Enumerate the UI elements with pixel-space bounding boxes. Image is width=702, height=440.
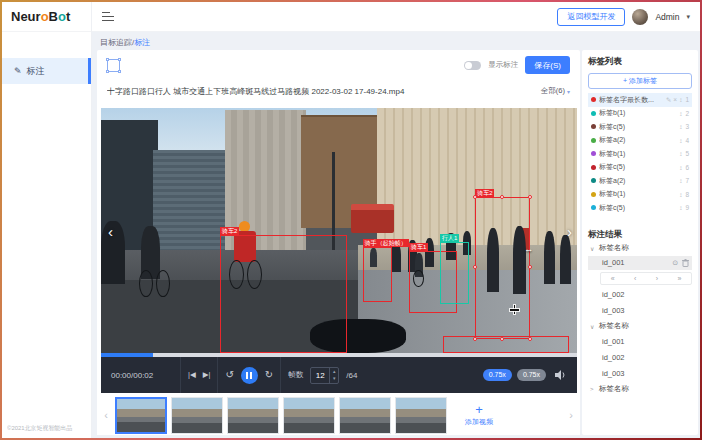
rewind-10-icon[interactable]: ↺ (225, 370, 233, 380)
scene-bus (351, 204, 394, 233)
topbar: 返回模型开发 Admin ▾ (92, 2, 700, 32)
add-video-button[interactable]: + 添加视频 (451, 395, 507, 435)
stepper-up-icon[interactable]: ▴ (330, 368, 338, 376)
result-group[interactable]: ∨ 标签名称 (588, 241, 692, 256)
avatar[interactable] (632, 9, 648, 25)
label-item[interactable]: 标签b(1) ↕ 5 (588, 147, 692, 161)
label-color-dot (591, 111, 596, 116)
next-frame-icon[interactable]: ▶| (203, 371, 211, 379)
label-item[interactable]: 标签a(2) ↕ 7 (588, 174, 692, 188)
result-group[interactable]: > 标签名称 (588, 382, 692, 397)
volume-icon[interactable] (555, 370, 567, 380)
resize-handle[interactable] (473, 265, 477, 269)
rect-draw-tool-icon[interactable] (107, 59, 120, 72)
video-thumbnail[interactable] (171, 397, 223, 434)
bbox-pedestrian1[interactable]: 行人1 (440, 242, 469, 304)
filmstrip-prev-icon[interactable]: ‹ (101, 409, 111, 421)
menu-fold-icon[interactable] (102, 12, 114, 22)
video-title-row: 十字路口路口行人 城市交通上下班高峰斑马线过马路视频 2022-03-02 17… (107, 81, 570, 101)
bbox-rider-startframe[interactable]: 骑手（起始帧） (363, 247, 392, 302)
result-item[interactable]: id_003 (588, 366, 692, 382)
page-next-icon[interactable]: › (656, 275, 658, 282)
label-color-dot (591, 178, 596, 183)
label-item[interactable]: 标签c(5) ↕ 3 (588, 120, 692, 134)
save-button[interactable]: 保存(S) (525, 56, 570, 74)
frame-number-input[interactable]: 12 ▴ ▾ (310, 367, 339, 384)
screen-frame: NeuroBot ✎ 标注 ©2021北京矩视智能出品 返回模型开发 Admin… (0, 0, 702, 440)
result-pagination: « ‹ › » (600, 272, 692, 285)
video-canvas[interactable]: 骑车2 骑车1 骑手（起始帧） 行人1 骑车2 (101, 108, 577, 353)
delete-icon[interactable]: × (673, 96, 677, 103)
filmstrip: ‹ + 添加视频 › (97, 395, 580, 435)
filmstrip-next-icon[interactable]: › (566, 409, 576, 421)
label-shortcut: 8 (685, 191, 689, 198)
result-item[interactable]: id_001 ⊙ (588, 256, 692, 270)
sort-icon[interactable]: ↕ (679, 123, 682, 130)
frame-number-value[interactable]: 12 (311, 368, 329, 383)
label-item[interactable]: 标签a(2) ↕ 4 (588, 134, 692, 148)
sidebar-item-annotate[interactable]: ✎ 标注 (2, 58, 91, 84)
label-item[interactable]: 标签c(5) ↕ 6 (588, 161, 692, 175)
label-item[interactable]: 标签c(5) ↕ 9 (588, 201, 692, 215)
resize-handle[interactable] (500, 195, 504, 199)
user-caret-icon[interactable]: ▾ (686, 13, 690, 21)
back-to-model-dev-button[interactable]: 返回模型开发 (557, 8, 625, 26)
result-group[interactable]: ∨ 标签名称 (588, 319, 692, 334)
show-annotation-toggle[interactable] (464, 61, 481, 70)
video-thumbnail[interactable] (227, 397, 279, 434)
forward-10-icon[interactable]: ↻ (265, 370, 273, 380)
label-name: 标签a(2) (599, 176, 676, 186)
bbox-cyclist2[interactable]: 骑车2 (220, 235, 347, 353)
page-last-icon[interactable]: » (677, 275, 681, 282)
video-thumbnail[interactable] (115, 397, 167, 434)
sort-icon[interactable]: ↕ (679, 191, 682, 198)
speed-pill-option[interactable]: 0.75x (517, 369, 546, 381)
sort-icon[interactable]: ↕ (679, 177, 682, 184)
filter-dropdown[interactable]: 全部(6) ▾ (541, 86, 570, 96)
sort-icon[interactable]: ↕ (679, 164, 682, 171)
sort-icon[interactable]: ↕ (679, 137, 682, 144)
crosshair-cursor-icon (510, 305, 519, 314)
video-thumbnail[interactable] (339, 397, 391, 434)
breadcrumb-current: 标注 (134, 38, 150, 47)
result-item[interactable]: id_001 (588, 334, 692, 350)
sort-icon[interactable]: ↕ (679, 110, 682, 117)
video-thumbnail[interactable] (283, 397, 335, 434)
bbox-foreground-bike[interactable] (443, 336, 569, 353)
result-item[interactable]: id_003 (588, 303, 692, 319)
video-prev-chevron-icon[interactable]: ‹ (108, 223, 113, 238)
right-panel: 标签列表 + 添加标签 标签名字最长数... ✎ × ↕ 1 标签b(1) ↕ … (582, 50, 698, 435)
page-prev-icon[interactable]: ‹ (634, 275, 636, 282)
video-next-chevron-icon[interactable]: › (567, 223, 572, 238)
visibility-icon[interactable]: ⊙ (672, 259, 678, 267)
stepper-down-icon[interactable]: ▾ (330, 375, 338, 383)
bbox-cyclist2-selected[interactable]: 骑车2 (475, 197, 530, 339)
result-item[interactable]: id_002 (588, 287, 692, 303)
tree-closed-icon: > (590, 386, 596, 392)
prev-frame-icon[interactable]: |◀ (188, 371, 196, 379)
label-name: 标签c(5) (599, 122, 676, 132)
sort-icon[interactable]: ↕ (679, 96, 682, 103)
page-first-icon[interactable]: « (611, 275, 615, 282)
pause-button[interactable] (241, 367, 258, 384)
label-name: 标签b(1) (599, 149, 676, 159)
add-label-button[interactable]: + 添加标签 (588, 73, 692, 89)
resize-handle[interactable] (473, 195, 477, 199)
label-name: 标签b(1) (599, 108, 676, 118)
label-item[interactable]: 标签b(1) ↕ 2 (588, 107, 692, 121)
playback-controls: 00:00/00:02 |◀ ▶| ↺ ↻ 帧数 12 ▴ ▾ /64 (101, 357, 577, 393)
frame-stepper[interactable]: ▴ ▾ (329, 368, 338, 383)
edit-icon[interactable]: ✎ (666, 96, 671, 104)
user-name[interactable]: Admin (655, 12, 679, 22)
video-thumbnail[interactable] (395, 397, 447, 434)
speed-pill-active[interactable]: 0.75x (483, 369, 512, 381)
label-name: 标签a(2) (599, 135, 676, 145)
sort-icon[interactable]: ↕ (679, 150, 682, 157)
breadcrumb: 目标追踪/标注 (100, 37, 150, 48)
result-item[interactable]: id_002 (588, 350, 692, 366)
label-item[interactable]: 标签b(1) ↕ 8 (588, 188, 692, 202)
breadcrumb-parent[interactable]: 目标追踪 (100, 38, 132, 47)
trash-icon[interactable] (682, 259, 689, 267)
sort-icon[interactable]: ↕ (679, 204, 682, 211)
label-item[interactable]: 标签名字最长数... ✎ × ↕ 1 (588, 93, 692, 107)
